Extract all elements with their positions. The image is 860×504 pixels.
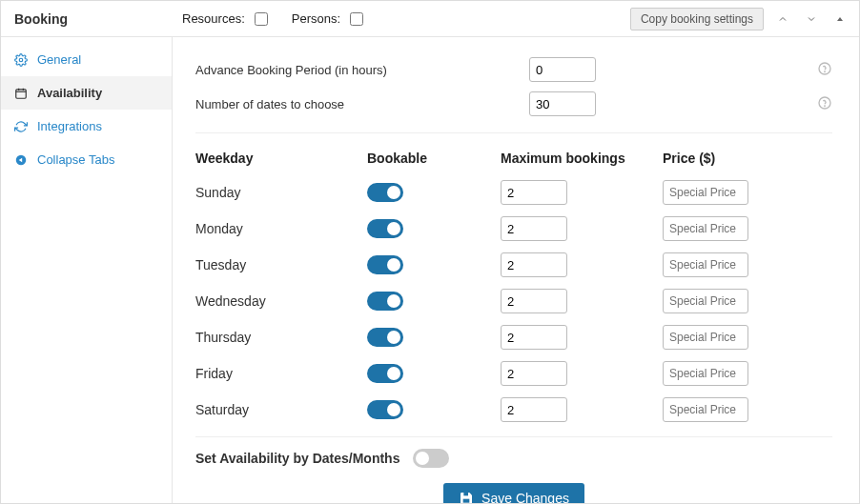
bookable-toggle[interactable] [367, 328, 403, 347]
sidebar-item-label: Availability [37, 86, 102, 100]
resources-label: Resources: [182, 11, 245, 26]
divider [195, 436, 832, 437]
help-icon[interactable] [817, 99, 832, 113]
sidebar-item-integrations[interactable]: Integrations [1, 110, 172, 143]
help-icon[interactable] [817, 65, 832, 79]
save-button-label: Save Changes [481, 491, 569, 503]
sidebar-item-availability[interactable]: Availability [1, 76, 172, 110]
col-max: Maximum bookings [501, 145, 663, 171]
max-bookings-input[interactable] [501, 397, 567, 422]
svg-rect-13 [463, 493, 468, 495]
triangle-up-icon [834, 13, 846, 25]
advance-booking-label: Advance Booking Period (in hours) [195, 63, 529, 77]
svg-rect-12 [463, 499, 470, 503]
weekday-label: Tuesday [195, 254, 367, 275]
weekday-label: Thursday [195, 327, 367, 348]
max-bookings-input[interactable] [501, 361, 567, 386]
bookable-toggle[interactable] [367, 183, 403, 202]
max-bookings-input[interactable] [501, 289, 567, 313]
special-price-input[interactable] [663, 289, 748, 313]
weekday-label: Monday [195, 218, 367, 239]
sidebar: General Availability Integrations Collap… [1, 37, 173, 503]
set-availability-row: Set Availability by Dates/Months [195, 449, 832, 468]
resources-flag[interactable]: Resources: [182, 10, 271, 29]
bookable-toggle[interactable] [367, 400, 403, 419]
set-availability-toggle[interactable] [413, 449, 449, 468]
flag-group: Resources: Persons: [182, 10, 366, 29]
chevron-up-icon [777, 13, 788, 25]
special-price-input[interactable] [663, 397, 748, 422]
advance-booking-input[interactable] [529, 57, 596, 82]
weekday-label: Sunday [195, 182, 367, 203]
max-bookings-input[interactable] [501, 252, 567, 277]
max-bookings-input[interactable] [501, 216, 567, 241]
save-row: Save Changes [195, 483, 832, 503]
calendar-icon [14, 87, 28, 100]
divider [195, 132, 832, 133]
sidebar-item-label: Collapse Tabs [37, 152, 114, 167]
resources-checkbox[interactable] [255, 12, 268, 26]
svg-marker-0 [837, 17, 843, 21]
panel-title: Booking [14, 11, 68, 27]
svg-point-9 [825, 71, 826, 72]
special-price-input[interactable] [663, 361, 748, 386]
max-bookings-input[interactable] [501, 325, 567, 350]
collapse-panel-button[interactable] [830, 10, 850, 29]
col-price: Price ($) [663, 145, 832, 171]
svg-rect-2 [16, 89, 27, 97]
svg-point-11 [825, 106, 826, 107]
bookable-toggle[interactable] [367, 292, 403, 311]
col-bookable: Bookable [367, 145, 501, 171]
svg-point-1 [19, 58, 23, 62]
body: General Availability Integrations Collap… [1, 37, 859, 503]
persons-label: Persons: [292, 11, 340, 26]
persons-checkbox[interactable] [350, 12, 363, 26]
dates-count-label: Number of dates to choose [195, 97, 529, 111]
sidebar-item-label: General [37, 52, 81, 67]
move-down-button[interactable] [802, 10, 821, 29]
persons-flag[interactable]: Persons: [292, 10, 366, 29]
topbar: Booking Resources: Persons: Copy booking… [1, 1, 859, 37]
move-up-button[interactable] [773, 10, 792, 29]
special-price-input[interactable] [663, 216, 748, 241]
sidebar-item-collapse-tabs[interactable]: Collapse Tabs [1, 143, 172, 176]
set-availability-label: Set Availability by Dates/Months [195, 451, 399, 466]
copy-booking-settings-button[interactable]: Copy booking settings [630, 8, 764, 30]
availability-table: Weekday Bookable Maximum bookings Price … [195, 145, 832, 425]
main-content: Advance Booking Period (in hours) Number… [173, 37, 859, 503]
save-icon [459, 491, 474, 503]
advance-booking-row: Advance Booking Period (in hours) [195, 52, 832, 87]
weekday-label: Friday [195, 363, 367, 384]
save-changes-button[interactable]: Save Changes [443, 483, 584, 503]
dates-count-input[interactable] [529, 91, 596, 116]
refresh-icon [14, 120, 28, 133]
app-window: Booking Resources: Persons: Copy booking… [0, 0, 860, 504]
special-price-input[interactable] [663, 325, 748, 350]
weekday-label: Saturday [195, 399, 367, 420]
max-bookings-input[interactable] [501, 180, 567, 205]
bookable-toggle[interactable] [367, 219, 403, 238]
special-price-input[interactable] [663, 252, 748, 277]
sidebar-item-label: Integrations [37, 119, 102, 133]
gear-icon [14, 53, 28, 67]
bookable-toggle[interactable] [367, 364, 403, 383]
col-weekday: Weekday [195, 145, 367, 171]
special-price-input[interactable] [663, 180, 748, 205]
weekday-label: Wednesday [195, 291, 367, 312]
sidebar-item-general[interactable]: General [1, 43, 172, 76]
dates-count-row: Number of dates to choose [195, 87, 832, 121]
collapse-icon [14, 153, 28, 167]
bookable-toggle[interactable] [367, 255, 403, 274]
chevron-down-icon [806, 13, 817, 25]
